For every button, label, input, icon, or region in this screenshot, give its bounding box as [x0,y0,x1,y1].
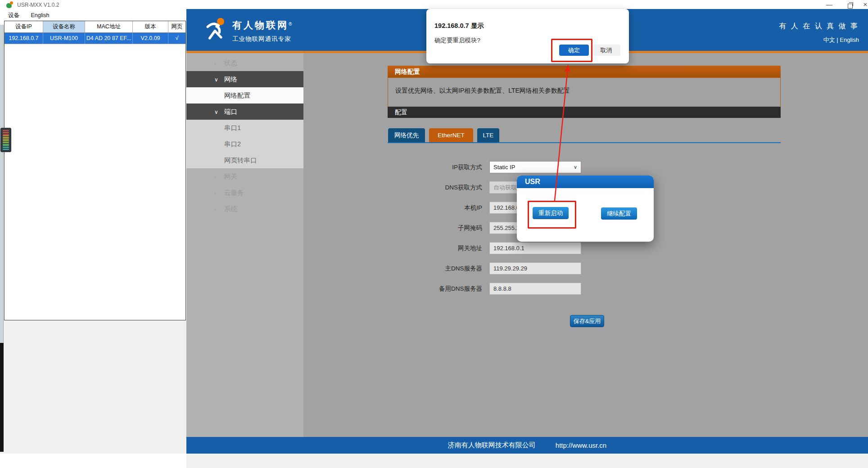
registered-mark-icon: ® [289,22,292,27]
local-ip-label: 本机IP [388,202,482,214]
col-device-name[interactable]: 设备名称 [43,21,85,32]
device-ip: 192.168.0.7 [5,33,43,44]
language-switch[interactable]: 中文 | English [823,36,859,44]
chevron-down-icon: ∨ [214,104,224,120]
restore-icon [848,4,853,9]
confirm-dialog: 192.168.0.7 显示 确定要重启模块? 确定 取消 [426,9,629,63]
dialog-message: 确定要重启模块? [434,36,480,45]
device-mac: D4 AD 20 87 EF... [85,33,133,44]
minimize-button[interactable]: — [821,0,837,10]
tab-network-priority[interactable]: 网络优先 [388,128,425,142]
below-footer-strip [186,454,868,468]
col-mac[interactable]: MAC地址 [85,21,133,32]
tab-lte[interactable]: LTE [477,128,499,142]
sidebar-item-gateway[interactable]: ›网关 [186,168,303,184]
level-meter-widget [0,128,11,152]
web-brand: 有人物联网 [232,20,289,30]
secondary-dns-input[interactable]: 8.8.8.8 [489,283,581,295]
sidebar-item-network-config[interactable]: 网络配置 [186,87,303,104]
ip-mode-select[interactable]: Static IP ∨ [489,161,581,173]
section-description: 设置优先网络、以太网IP相关参数配置、LTE网络相关参数配置 [395,87,570,95]
tab-ethernet[interactable]: EtherNET [429,128,473,142]
primary-dns-label: 主DNS服务器 [388,262,482,274]
device-row-selected[interactable]: 192.168.0.7 USR-M100 D4 AD 20 87 EF... V… [5,33,185,44]
config-bar-title: 配置 [388,107,781,118]
section-title: 网络配置 [388,66,781,77]
subnet-mask-label: 子网掩码 [388,222,482,234]
sidebar-item-serial2[interactable]: 串口2 [186,136,303,152]
close-button[interactable]: × [857,0,868,10]
web-motto: 有 人 在 认 真 做 事 [779,22,859,31]
chevron-right-icon: › [214,201,224,217]
col-web[interactable]: 网页 [168,21,185,32]
dialog-title: 192.168.0.7 显示 [434,22,484,30]
web-brand-slogan: 工业物联网通讯专家 [232,35,292,43]
basic-settings-panel: 基础设置 IP地址类型: 静态IP ∨ 模块静态IP 192.168.0.7 子… [0,320,186,454]
highlight-box-ok [551,39,592,62]
sidebar-item-system[interactable]: ›系统 [186,201,303,217]
sidebar-item-serial1[interactable]: 串口1 [186,120,303,136]
usr-modal-title: USR [517,176,654,188]
gateway-addr-label: 网关地址 [388,242,482,254]
app-icon [6,1,14,9]
chevron-down-icon: ∨ [214,72,224,88]
secondary-dns-label: 备用DNS服务器 [388,283,482,295]
tab-underline [388,142,781,143]
continue-config-button[interactable]: 继续配置 [601,207,637,220]
menu-english[interactable]: English [31,12,49,18]
device-table-header: 设备IP 设备名称 MAC地址 版本 网页 [5,21,185,33]
usr-person-icon-white [204,16,229,42]
sidebar-item-network[interactable]: ∨网络 [186,71,303,87]
menu-device[interactable]: 设备 [8,12,19,19]
menu-bar: 设备 English [0,10,186,20]
col-version[interactable]: 版本 [133,21,168,32]
sidebar-item-cloud[interactable]: ›云服务 [186,184,303,201]
gateway-addr-input[interactable]: 192.168.0.1 [489,242,581,254]
footer-url[interactable]: http://www.usr.cn [556,441,606,449]
sidebar-item-port[interactable]: ∨端口 [186,104,303,120]
app-titlebar: USR-MXX V1.0.2 — × [0,0,868,10]
save-apply-button[interactable]: 保存&应用 [570,315,604,327]
window-title: USR-MXX V1.0.2 [17,2,59,8]
desktop-edge-dark-strip [0,343,4,452]
footer-company: 济南有人物联网技术有限公司 [448,441,536,450]
sidebar-item-web-to-serial[interactable]: 网页转串口 [186,152,303,168]
sidebar-item-status[interactable]: ›状态 [186,55,303,71]
section-description-box: 设置优先网络、以太网IP相关参数配置、LTE网络相关参数配置 [388,77,781,110]
screen: USR-MXX V1.0.2 — × 设备 English 设备IP 设备名称 … [0,0,868,468]
ip-mode-label: IP获取方式 [388,161,482,173]
device-web-check: √ [168,33,185,44]
chevron-right-icon: › [214,169,224,185]
chevron-down-icon: ∨ [574,162,577,173]
usr-modal: USR 重新启动 继续配置 [517,176,654,242]
dialog-cancel-button[interactable]: 取消 [592,45,620,56]
chevron-right-icon: › [214,185,224,201]
web-sidebar: ›状态 ∨网络 网络配置 ∨端口 串口1 串口2 网页转串口 ›网关 ›云服务 … [186,53,303,437]
highlight-box-restart [528,201,576,229]
device-table: 设备IP 设备名称 MAC地址 版本 网页 192.168.0.7 USR-M1… [4,21,186,320]
web-main-content: 网络配置 设置优先网络、以太网IP相关参数配置、LTE网络相关参数配置 配置 网… [303,53,868,437]
device-name: USR-M100 [43,33,85,44]
chevron-right-icon: › [214,55,224,72]
primary-dns-input[interactable]: 119.29.29.29 [489,262,581,274]
device-version: V2.0.09 [133,33,168,44]
restore-button[interactable] [842,0,858,10]
col-device-ip[interactable]: 设备IP [5,21,43,32]
desktop-edge-strip [0,25,4,343]
dns-mode-label: DNS获取方式 [388,181,482,194]
web-footer: 济南有人物联网技术有限公司 http://www.usr.cn [186,437,868,454]
